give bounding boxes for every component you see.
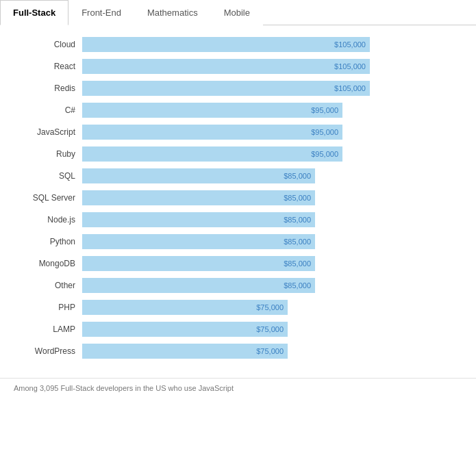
bar-container: $105,000	[82, 81, 462, 96]
bar-value: $95,000	[311, 150, 338, 158]
bar-container: $85,000	[82, 212, 462, 227]
bar-label: Redis	[14, 84, 82, 93]
bar-row: WordPress$75,000	[14, 342, 462, 360]
bar-row: SQL$85,000	[14, 167, 462, 185]
bar-row: React$105,000	[14, 58, 462, 75]
bar-container: $105,000	[82, 37, 462, 52]
bar-container: $75,000	[82, 344, 462, 359]
bar: $95,000	[82, 125, 342, 140]
bar-label: Other	[14, 281, 82, 290]
bar-value: $95,000	[311, 106, 338, 114]
bar-container: $75,000	[82, 300, 462, 315]
tab-mobile[interactable]: Mobile	[211, 0, 263, 25]
bar: $105,000	[82, 59, 370, 74]
bar-label: Python	[14, 237, 82, 246]
bar: $75,000	[82, 344, 288, 359]
bar: $95,000	[82, 103, 342, 118]
bar-container: $85,000	[82, 278, 462, 293]
bar-row: JavaScript$95,000	[14, 123, 462, 141]
bar-container: $85,000	[82, 234, 462, 249]
bar: $75,000	[82, 322, 288, 337]
bar: $105,000	[82, 37, 370, 52]
bar-label: WordPress	[14, 346, 82, 356]
tab-front-end[interactable]: Front-End	[68, 0, 134, 25]
bar: $105,000	[82, 81, 370, 96]
bar-label: Node.js	[14, 215, 82, 225]
bar-row: LAMP$75,000	[14, 320, 462, 338]
bar-value: $105,000	[334, 84, 366, 92]
bar-container: $85,000	[82, 256, 462, 271]
bar-label: React	[14, 62, 82, 71]
bar-value: $105,000	[334, 40, 366, 49]
bar-value: $75,000	[256, 303, 284, 311]
bar-label: C#	[14, 105, 82, 115]
bar-label: MongoDB	[14, 259, 82, 268]
bar-label: PHP	[14, 303, 82, 312]
bar-label: Cloud	[14, 40, 82, 49]
bar-label: Ruby	[14, 149, 82, 159]
bar: $85,000	[82, 278, 315, 293]
bar: $85,000	[82, 212, 315, 227]
bar-row: Ruby$95,000	[14, 145, 462, 163]
bar-value: $85,000	[284, 194, 311, 202]
bar: $95,000	[82, 146, 342, 162]
bar-row: Node.js$85,000	[14, 211, 462, 229]
bar-value: $75,000	[256, 347, 284, 355]
chart-area: Cloud$105,000React$105,000Redis$105,000C…	[0, 25, 476, 371]
bar-label: JavaScript	[14, 127, 82, 137]
tabs-container: Full-StackFront-EndMathematicsMobile	[0, 0, 476, 25]
bar-row: Redis$105,000	[14, 79, 462, 97]
bar-container: $95,000	[82, 103, 462, 118]
bar: $85,000	[82, 234, 315, 249]
bar-value: $85,000	[284, 259, 311, 268]
bar: $85,000	[82, 256, 315, 271]
bar-container: $105,000	[82, 59, 462, 74]
bar: $75,000	[82, 300, 288, 315]
tab-full-stack[interactable]: Full-Stack	[0, 0, 68, 25]
bar-container: $85,000	[82, 190, 462, 205]
bar-container: $85,000	[82, 168, 462, 183]
bar-label: LAMP	[14, 324, 82, 334]
bar-row: C#$95,000	[14, 101, 462, 119]
bar-row: MongoDB$85,000	[14, 255, 462, 272]
bar-row: Python$85,000	[14, 233, 462, 251]
bar-value: $95,000	[311, 128, 338, 136]
bar-value: $105,000	[334, 62, 366, 71]
bar-row: Cloud$105,000	[14, 36, 462, 53]
bar-label: SQL	[14, 171, 82, 181]
bar-value: $85,000	[284, 172, 311, 180]
footer-note: Among 3,095 Full-Stack developers in the…	[0, 378, 476, 399]
bar: $85,000	[82, 190, 315, 205]
bar-label: SQL Server	[14, 193, 82, 203]
tab-mathematics[interactable]: Mathematics	[134, 0, 211, 25]
bar-value: $75,000	[256, 325, 284, 333]
bar-row: SQL Server$85,000	[14, 189, 462, 207]
bar-value: $85,000	[284, 238, 311, 246]
bar-row: PHP$75,000	[14, 298, 462, 316]
bar-row: Other$85,000	[14, 277, 462, 294]
bar-container: $75,000	[82, 322, 462, 337]
bar: $85,000	[82, 168, 315, 183]
bar-value: $85,000	[284, 281, 311, 290]
bar-container: $95,000	[82, 146, 462, 162]
bar-container: $95,000	[82, 125, 462, 140]
bar-value: $85,000	[284, 216, 311, 224]
